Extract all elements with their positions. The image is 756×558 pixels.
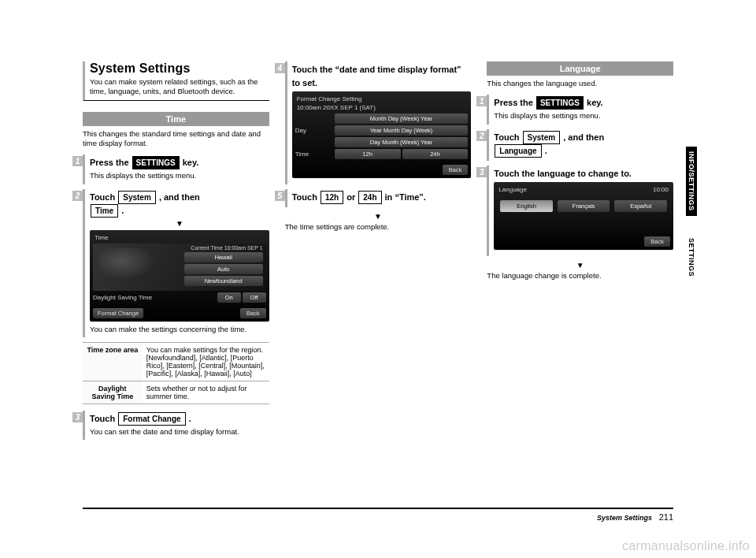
time-step-2: 2 Touch System , and then Time . ▼ Time … <box>83 189 269 337</box>
step-number: 5 <box>275 191 285 201</box>
text: in “Time”. <box>385 192 426 202</box>
language-done: The language change is complete. <box>487 271 673 281</box>
page-intro: You can make system related settings, su… <box>90 77 269 97</box>
step-number: 3 <box>72 412 83 422</box>
tab-settings: SETTINGS <box>686 233 697 281</box>
back-btn: Back <box>240 308 266 318</box>
watermark: carmanualsonline.info <box>622 539 750 553</box>
col-3: Language This changes the language used.… <box>487 61 673 445</box>
step4-text: Touch the “date and time display format”… <box>292 63 472 89</box>
current-time: Current Time 10:00am SEP 1 <box>184 245 263 251</box>
system-key: System <box>118 191 156 204</box>
tz-opt: Hawaii <box>184 252 263 262</box>
fmt-opt: Month Day (Week) Year <box>335 113 469 124</box>
text: . <box>121 206 124 215</box>
table-h1: Time zone area <box>83 343 143 381</box>
fmt-opt: Day Month (Week) Year <box>335 137 469 147</box>
format-screenshot: Format Change Setting 10:00am 20XX SEP 1… <box>292 91 472 178</box>
shot-title: Format Change Setting <box>295 95 469 103</box>
lang-espanol: Español <box>614 200 667 212</box>
time-key: Time <box>91 204 118 218</box>
lang-step-1: 1 Press the SETTINGS key. This displays … <box>487 95 673 124</box>
text: , and then <box>159 192 200 202</box>
table-h2: Daylight Saving Time <box>83 381 143 404</box>
page-title: System Settings <box>90 61 269 76</box>
time-12h: 12h <box>335 149 401 159</box>
settings-key: SETTINGS <box>536 96 584 110</box>
back-btn: Back <box>644 236 670 247</box>
lang-step-3: 3 Touch the language to change to. Langu… <box>487 166 673 257</box>
lang-english: English <box>500 200 553 212</box>
settings-key: SETTINGS <box>132 156 180 169</box>
side-tabs: INFO/SETTINGS SETTINGS <box>686 147 700 281</box>
tz-opt: Auto <box>184 264 263 274</box>
fmt-opt: Year Month Day (Week) <box>335 125 469 136</box>
text: Touch <box>292 192 320 202</box>
table-v1: You can make settings for the region. [N… <box>143 343 269 381</box>
dst-off: Off <box>243 292 266 303</box>
dst-on: On <box>217 292 241 303</box>
step-number: 2 <box>476 131 487 141</box>
step-sub: This displays the settings menu. <box>90 171 269 180</box>
format-step-5: 5 Touch 12h or 24h in “Time”. <box>285 189 472 207</box>
down-arrow-icon: ▼ <box>487 261 673 270</box>
col-2: 4 Touch the “date and time display forma… <box>285 61 472 445</box>
time-screenshot: Time Current Time 10:00am SEP 1 Hawaii A… <box>90 230 269 322</box>
text: key. <box>183 158 199 167</box>
time-label: Time <box>295 151 335 158</box>
lang-francais: Français <box>558 200 610 212</box>
back-btn: Back <box>443 165 469 175</box>
shot-title: Language <box>497 185 528 194</box>
step-number: 4 <box>275 63 285 73</box>
format-done: The time settings are complete. <box>285 222 472 232</box>
text: or <box>346 192 358 202</box>
step-sub: This displays the settings menu. <box>494 111 673 121</box>
step3-sub: You can set the date and time display fo… <box>90 427 269 437</box>
system-key: System <box>523 131 561 144</box>
step-number: 1 <box>476 96 487 106</box>
shot-map: Current Time 10:00am SEP 1 Hawaii Auto N… <box>93 244 266 291</box>
page: System Settings You can make system rela… <box>83 61 673 522</box>
time-24h: 24h <box>402 149 469 159</box>
dst-label: Daylight Saving Time <box>93 294 164 301</box>
step-number: 2 <box>72 191 83 201</box>
step3-text: Touch the language to change to. <box>494 167 673 180</box>
time-step-3: 3 Touch Format Change . You can set the … <box>83 411 269 440</box>
text: Touch <box>494 132 521 142</box>
day-label: Day <box>295 127 335 134</box>
title-block: System Settings You can make system rela… <box>83 61 269 101</box>
text: Press the <box>90 158 132 167</box>
time-table: Time zone area You can make settings for… <box>83 342 269 404</box>
key-12h: 12h <box>321 191 343 204</box>
text: key. <box>587 98 603 107</box>
shot-sub: 10:00am 20XX SEP 1 (SAT) <box>295 103 469 112</box>
text: , and then <box>563 132 604 142</box>
text: Press the <box>494 98 536 107</box>
tab-info-settings: INFO/SETTINGS <box>686 147 697 216</box>
text: . <box>545 146 547 155</box>
down-arrow-icon: ▼ <box>90 219 269 228</box>
page-footer: System Settings 211 <box>83 508 673 522</box>
step2-sub: You can make the settings concerning the… <box>90 325 269 334</box>
time-step-1: 1 Press the SETTINGS key. This displays … <box>83 154 269 184</box>
text: . <box>189 414 191 423</box>
format-step-4: 4 Touch the “date and time display forma… <box>285 61 472 184</box>
step-number: 1 <box>72 156 83 166</box>
table-v2: Sets whether or not to adjust for summer… <box>143 381 269 404</box>
col-1: System Settings You can make system rela… <box>83 61 269 445</box>
time-desc: This changes the standard time settings … <box>83 129 269 149</box>
section-time-heading: Time <box>83 112 269 126</box>
footer-page: 211 <box>659 512 673 522</box>
language-screenshot: Language 10:00 English Français Español … <box>494 182 673 250</box>
lang-step-2: 2 Touch System , and then Language . <box>487 129 673 161</box>
shot-title: Time <box>93 233 266 242</box>
step-number: 3 <box>476 167 487 177</box>
tz-opt: Newfoundland <box>184 276 263 286</box>
format-change-key: Format Change <box>118 412 185 426</box>
language-desc: This changes the language used. <box>487 79 673 88</box>
text: Touch <box>90 414 117 423</box>
footer-section: System Settings <box>597 514 652 522</box>
down-arrow-icon: ▼ <box>285 212 472 221</box>
text: Touch <box>90 192 117 202</box>
shot-clock: 10:00 <box>651 185 670 194</box>
